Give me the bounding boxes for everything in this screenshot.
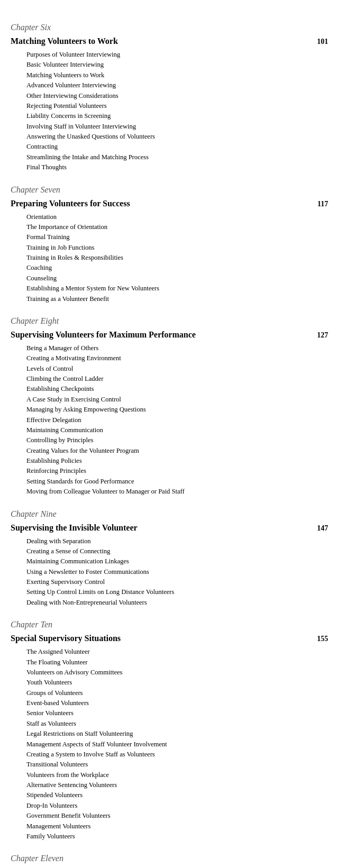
subtopic-item: Legal Restrictions on Staff Volunteering — [26, 729, 328, 739]
chapter-title: Keeping Volunteers on Track — [11, 866, 116, 868]
subtopic-item: Contracting — [26, 142, 328, 152]
subtopic-item: Creating a System to Involve Staff as Vo… — [26, 750, 328, 760]
subtopic-item: The Floating Volunteer — [26, 657, 328, 668]
subtopic-item: Dealing with Separation — [26, 536, 328, 546]
subtopic-item: Stipended Volunteers — [26, 790, 328, 800]
chapter-label: Chapter Seven — [11, 184, 328, 196]
chapter-title: Supervising the Invisible Volunteer — [11, 522, 138, 534]
subtopic-item: Setting Up Control Limits on Long Distan… — [26, 587, 328, 597]
subtopic-item: Volunteers on Advisory Committees — [26, 668, 328, 678]
subtopic-item: The Assigned Volunteer — [26, 647, 328, 657]
subtopic-item: Coaching — [26, 263, 328, 273]
subtopic-item: Youth Volunteers — [26, 678, 328, 688]
chapter-page-number: 147 — [317, 523, 328, 534]
subtopic-item: Volunteers from the Workplace — [26, 770, 328, 780]
subtopic-item: Maintaining Communication Linkages — [26, 556, 328, 567]
subtopics-list: OrientationThe Importance of Orientation… — [11, 212, 328, 304]
toc-section: Chapter SixMatching Volunteers to Work10… — [11, 21, 328, 173]
subtopic-item: Creating a Sense of Connecting — [26, 546, 328, 556]
subtopic-item: Family Volunteers — [26, 832, 328, 842]
subtopic-item: Training in Roles & Responsibilities — [26, 253, 328, 263]
subtopic-item: Answering the Unasked Questions of Volun… — [26, 132, 328, 142]
subtopic-item: Climbing the Control Ladder — [26, 374, 328, 384]
chapter-title-row: Supervising the Invisible Volunteer147 — [11, 522, 328, 534]
chapter-title: Supervising Volunteers for Maximum Perfo… — [11, 328, 196, 341]
subtopic-item: Being a Manager of Others — [26, 343, 328, 353]
chapter-title-row: Supervising Volunteers for Maximum Perfo… — [11, 328, 328, 341]
subtopic-item: Groups of Volunteers — [26, 688, 328, 698]
toc-section: Chapter NineSupervising the Invisible Vo… — [11, 508, 328, 608]
subtopics-list: The Assigned VolunteerThe Floating Volun… — [11, 647, 328, 842]
subtopic-item: Establishing a Mentor System for New Vol… — [26, 284, 328, 294]
chapter-label: Chapter Nine — [11, 508, 328, 520]
subtopic-item: Managing by Asking Empowering Questions — [26, 405, 328, 415]
subtopic-item: The Importance of Orientation — [26, 222, 328, 232]
chapter-title: Special Supervisory Situations — [11, 632, 121, 645]
subtopic-item: Creating a Motivating Environment — [26, 353, 328, 363]
subtopic-item: Matching Volunteers to Work — [26, 70, 328, 80]
subtopic-item: Involving Staff in Volunteer Interviewin… — [26, 122, 328, 132]
subtopics-list: Purposes of Volunteer InterviewingBasic … — [11, 50, 328, 173]
subtopic-item: Counseling — [26, 273, 328, 284]
chapter-title: Preparing Volunteers for Success — [11, 197, 130, 210]
chapter-page-number: 155 — [317, 633, 328, 644]
chapter-label: Chapter Ten — [11, 618, 328, 631]
subtopic-item: Alternative Sentencing Volunteers — [26, 780, 328, 790]
subtopic-item: Levels of Control — [26, 364, 328, 374]
chapter-title: Matching Volunteers to Work — [11, 35, 118, 48]
chapter-page-number: 127 — [317, 330, 328, 341]
subtopic-item: Advanced Volunteer Interviewing — [26, 80, 328, 90]
chapter-label: Chapter Six — [11, 21, 328, 34]
subtopic-item: Final Thoughts — [26, 162, 328, 172]
subtopic-item: Streamlining the Intake and Matching Pro… — [26, 152, 328, 162]
subtopic-item: Effective Delegation — [26, 415, 328, 425]
chapter-label: Chapter Eight — [11, 315, 328, 327]
subtopic-item: Purposes of Volunteer Interviewing — [26, 50, 328, 60]
subtopic-item: Training as a Volunteer Benefit — [26, 294, 328, 304]
subtopic-item: Moving from Colleague Volunteer to Manag… — [26, 487, 328, 497]
subtopic-item: Event-based Volunteers — [26, 698, 328, 708]
subtopics-list: Being a Manager of OthersCreating a Moti… — [11, 343, 328, 497]
subtopic-item: Other Interviewing Considerations — [26, 91, 328, 101]
chapter-title-row: Special Supervisory Situations155 — [11, 632, 328, 645]
chapter-page-number: 101 — [317, 36, 328, 47]
subtopic-item: Senior Volunteers — [26, 708, 328, 718]
subtopic-item: Basic Volunteer Interviewing — [26, 60, 328, 70]
subtopic-item: Establishing Checkpoints — [26, 384, 328, 394]
toc-section: Chapter SevenPreparing Volunteers for Su… — [11, 184, 328, 304]
chapter-label: Chapter Eleven — [11, 852, 328, 865]
chapter-title-row: Preparing Volunteers for Success117 — [11, 197, 328, 210]
chapter-title-row: Keeping Volunteers on Track185 — [11, 866, 328, 868]
subtopic-item: Liability Concerns in Screening — [26, 111, 328, 121]
subtopics-list: Dealing with SeparationCreating a Sense … — [11, 536, 328, 608]
subtopic-item: Controlling by Principles — [26, 435, 328, 445]
subtopic-item: Formal Training — [26, 232, 328, 242]
subtopic-item: Drop-In Volunteers — [26, 801, 328, 811]
subtopic-item: Management Aspects of Staff Volunteer In… — [26, 739, 328, 750]
subtopic-item: Reinforcing Principles — [26, 466, 328, 476]
toc-section: Chapter ElevenKeeping Volunteers on Trac… — [11, 852, 328, 868]
subtopic-item: Training in Job Functions — [26, 243, 328, 253]
subtopic-item: Establishing Policies — [26, 456, 328, 466]
subtopic-item: Orientation — [26, 212, 328, 222]
subtopic-item: Maintaining Communication — [26, 425, 328, 435]
subtopic-item: Creating Values for the Volunteer Progra… — [26, 446, 328, 456]
subtopic-item: Using a Newsletter to Foster Communicati… — [26, 567, 328, 577]
chapter-title-row: Matching Volunteers to Work101 — [11, 35, 328, 48]
toc-section: Chapter EightSupervising Volunteers for … — [11, 315, 328, 497]
subtopic-item: Dealing with Non-Entrepreneurial Volunte… — [26, 598, 328, 608]
subtopic-item: Staff as Volunteers — [26, 719, 328, 729]
subtopic-item: Transitional Volunteers — [26, 760, 328, 770]
toc-container: Chapter SixMatching Volunteers to Work10… — [11, 21, 328, 868]
subtopic-item: Setting Standards for Good Performance — [26, 477, 328, 487]
subtopic-item: Rejecting Potential Volunteers — [26, 101, 328, 111]
subtopic-item: A Case Study in Exercising Control — [26, 395, 328, 405]
toc-section: Chapter TenSpecial Supervisory Situation… — [11, 618, 328, 842]
subtopic-item: Government Benefit Volunteers — [26, 811, 328, 821]
subtopic-item: Exerting Supervisory Control — [26, 577, 328, 587]
subtopic-item: Management Volunteers — [26, 821, 328, 832]
chapter-page-number: 117 — [318, 198, 328, 209]
